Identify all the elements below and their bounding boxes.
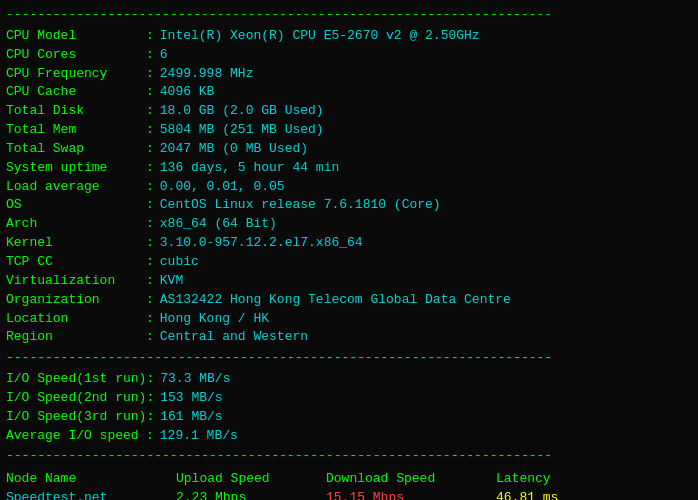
bottom-divider: ----------------------------------------… [6,447,692,466]
cpu-freq-label: CPU Frequency [6,65,146,84]
tcp-label: TCP CC [6,253,146,272]
cpu-cores-label: CPU Cores [6,46,146,65]
org-label: Organization [6,291,146,310]
io1-row: I/O Speed(1st run) : 73.3 MB/s [6,370,692,389]
cpu-cache-row: CPU Cache : 4096 KB [6,83,692,102]
kernel-row: Kernel : 3.10.0-957.12.2.el7.x86_64 [6,234,692,253]
uptime-row: System uptime : 136 days, 5 hour 44 min [6,159,692,178]
total-mem-label: Total Mem [6,121,146,140]
cpu-model-value: Intel(R) Xeon(R) CPU E5-2670 v2 @ 2.50GH… [160,27,480,46]
col-download-header: Download Speed [326,470,496,489]
speedtest-row-1: Speedtest.net 2.23 Mbps 15.15 Mbps 46.81… [6,489,692,500]
speedtest-latency: 46.81 ms [496,489,596,500]
os-label: OS [6,196,146,215]
io-avg-row: Average I/O speed : 129.1 MB/s [6,427,692,446]
location-value: Hong Kong / HK [160,310,269,329]
speedtest-upload: 2.23 Mbps [176,489,326,500]
total-mem-row: Total Mem : 5804 MB (251 MB Used) [6,121,692,140]
load-value: 0.00, 0.01, 0.05 [160,178,285,197]
io2-value: 153 MB/s [160,389,222,408]
cpu-cache-value: 4096 KB [160,83,215,102]
total-disk-label: Total Disk [6,102,146,121]
mid-divider: ----------------------------------------… [6,349,692,368]
arch-row: Arch : x86_64 (64 Bit) [6,215,692,234]
os-row: OS : CentOS Linux release 7.6.1810 (Core… [6,196,692,215]
region-row: Region : Central and Western [6,328,692,347]
cpu-cores-row: CPU Cores : 6 [6,46,692,65]
col-latency-header: Latency [496,470,596,489]
total-swap-row: Total Swap : 2047 MB (0 MB Used) [6,140,692,159]
arch-value: x86_64 (64 Bit) [160,215,277,234]
top-divider: ----------------------------------------… [6,6,692,25]
kernel-label: Kernel [6,234,146,253]
cpu-model-label: CPU Model [6,27,146,46]
io1-value: 73.3 MB/s [160,370,230,389]
total-disk-value: 18.0 GB (2.0 GB Used) [160,102,324,121]
uptime-label: System uptime [6,159,146,178]
virt-value: KVM [160,272,183,291]
org-value: AS132422 Hong Kong Telecom Global Data C… [160,291,511,310]
io2-label: I/O Speed(2nd run) [6,389,146,408]
io-avg-label: Average I/O speed [6,427,146,446]
tcp-value: cubic [160,253,199,272]
io3-row: I/O Speed(3rd run) : 161 MB/s [6,408,692,427]
total-swap-label: Total Swap [6,140,146,159]
total-mem-value: 5804 MB (251 MB Used) [160,121,324,140]
cpu-cores-value: 6 [160,46,168,65]
arch-label: Arch [6,215,146,234]
io-avg-value: 129.1 MB/s [160,427,238,446]
io3-value: 161 MB/s [160,408,222,427]
cpu-model-row: CPU Model : Intel(R) Xeon(R) CPU E5-2670… [6,27,692,46]
io1-label: I/O Speed(1st run) [6,370,146,389]
load-label: Load average [6,178,146,197]
io2-row: I/O Speed(2nd run) : 153 MB/s [6,389,692,408]
cpu-freq-row: CPU Frequency : 2499.998 MHz [6,65,692,84]
uptime-value: 136 days, 5 hour 44 min [160,159,339,178]
total-swap-value: 2047 MB (0 MB Used) [160,140,308,159]
os-value: CentOS Linux release 7.6.1810 (Core) [160,196,441,215]
speedtest-download: 15.15 Mbps [326,489,496,500]
virt-label: Virtualization [6,272,146,291]
col-upload-header: Upload Speed [176,470,326,489]
total-disk-row: Total Disk : 18.0 GB (2.0 GB Used) [6,102,692,121]
io3-label: I/O Speed(3rd run) [6,408,146,427]
region-label: Region [6,328,146,347]
speedtest-header: Node Name Upload Speed Download Speed La… [6,470,692,489]
cpu-freq-value: 2499.998 MHz [160,65,254,84]
speedtest-node: Speedtest.net [6,489,176,500]
org-row: Organization : AS132422 Hong Kong Teleco… [6,291,692,310]
tcp-row: TCP CC : cubic [6,253,692,272]
location-row: Location : Hong Kong / HK [6,310,692,329]
location-label: Location [6,310,146,329]
cpu-cache-label: CPU Cache [6,83,146,102]
io-section: I/O Speed(1st run) : 73.3 MB/s I/O Speed… [6,370,692,445]
kernel-value: 3.10.0-957.12.2.el7.x86_64 [160,234,363,253]
load-row: Load average : 0.00, 0.01, 0.05 [6,178,692,197]
col-node-header: Node Name [6,470,176,489]
virt-row: Virtualization : KVM [6,272,692,291]
region-value: Central and Western [160,328,308,347]
